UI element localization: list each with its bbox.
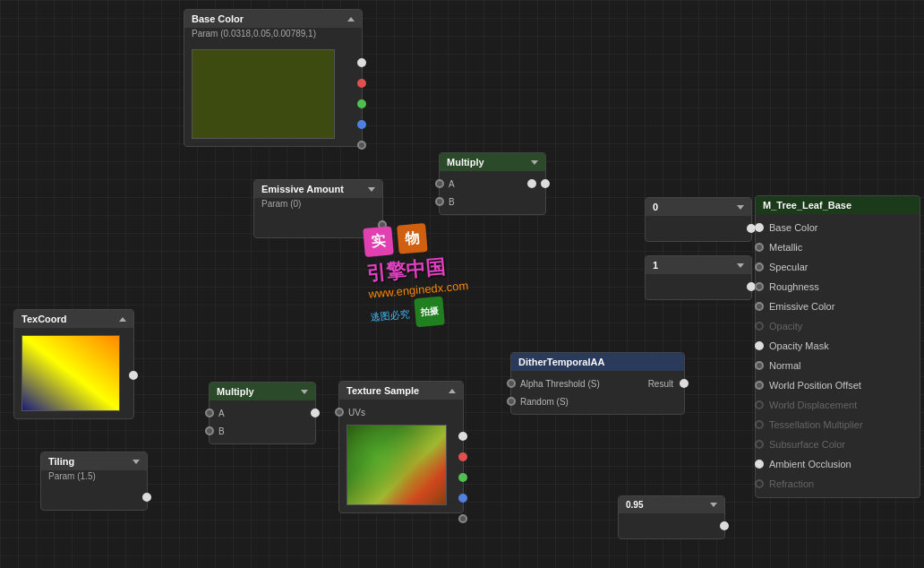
result-world-pos-label: World Position Offset (764, 380, 861, 391)
multiply-bottom-title: Multiply (217, 386, 254, 397)
emissive-output-pin[interactable] (378, 220, 387, 229)
base-color-header[interactable]: Base Color (184, 10, 362, 28)
multiply-top-a-pin[interactable] (435, 179, 444, 188)
const-095-node: 0.95 (618, 495, 725, 539)
result-opacity-mask-pin[interactable] (755, 341, 764, 350)
result-roughness-pin[interactable] (755, 282, 764, 291)
const-0-header[interactable]: 0 (646, 198, 751, 216)
const-1-body (646, 274, 751, 299)
result-specular-pin[interactable] (755, 262, 764, 271)
multiply-top-collapse-icon[interactable] (531, 160, 538, 165)
result-subsurface-pin[interactable] (755, 440, 764, 449)
result-tess-pin[interactable] (755, 420, 764, 429)
multiply-bottom-header[interactable]: Multiply (210, 383, 315, 400)
texture-out-r[interactable] (458, 452, 467, 461)
pin-g[interactable] (357, 99, 366, 108)
emissive-subtitle: Param (0) (254, 198, 382, 212)
const-095-header[interactable]: 0.95 (619, 496, 724, 513)
multiply-bottom-b-pin[interactable] (205, 426, 214, 435)
texture-out-g[interactable] (458, 473, 467, 482)
result-emissive-color-pin[interactable] (755, 302, 764, 311)
result-world-disp-pin[interactable] (755, 400, 764, 409)
result-metallic-pin[interactable] (755, 243, 764, 252)
pin-a[interactable] (357, 141, 366, 150)
result-node: M_Tree_Leaf_Base Base Color Metallic Spe… (755, 195, 920, 498)
result-pin-opacity: Opacity (756, 316, 920, 336)
tiling-collapse-icon[interactable] (133, 460, 140, 464)
const-0-collapse-icon[interactable] (737, 205, 744, 210)
texture-out-rgba[interactable] (458, 432, 467, 441)
texture-uvs-pin[interactable] (335, 408, 344, 417)
result-world-disp-label: World Displacement (764, 400, 857, 410)
result-tess-label: Tessellation Multiplier (764, 419, 863, 430)
result-base-color-pin[interactable] (755, 223, 764, 232)
result-pin-refraction: Refraction (756, 474, 920, 494)
multiply-top-b-pin[interactable] (435, 197, 444, 206)
result-refraction-label: Refraction (764, 478, 814, 489)
texcoord-output-pin[interactable] (129, 371, 138, 380)
result-base-color-label: Base Color (764, 222, 817, 233)
multiply-bottom-collapse-icon[interactable] (301, 390, 308, 394)
result-opacity-pin[interactable] (755, 322, 764, 331)
dither-header[interactable]: DitherTemporalAA (511, 353, 684, 371)
result-pin-world-disp: World Displacement (756, 395, 920, 415)
base-color-collapse-icon[interactable] (347, 17, 355, 22)
texcoord-node: TexCoord (13, 309, 134, 419)
emissive-node: Emissive Amount Param (0) (253, 179, 383, 238)
pin-b[interactable] (357, 120, 366, 129)
result-pin-base-color: Base Color (756, 218, 920, 237)
tiling-title: Tiling (48, 456, 74, 467)
multiply-top-title: Multiply (447, 157, 484, 168)
result-world-pos-pin[interactable] (755, 381, 764, 390)
result-pin-world-pos: World Position Offset (756, 375, 920, 395)
result-pin-roughness: Roughness (756, 277, 920, 297)
texture-thumbnail[interactable] (346, 425, 447, 505)
result-normal-label: Normal (764, 360, 800, 371)
pin-rgba[interactable] (357, 58, 366, 67)
texture-sample-body: UVs (339, 400, 463, 512)
texcoord-swatch[interactable] (21, 335, 120, 411)
texture-sample-header[interactable]: Texture Sample (339, 382, 463, 400)
dither-title: DitherTemporalAA (518, 357, 604, 367)
dither-result-label: Result (645, 379, 684, 389)
result-header[interactable]: M_Tree_Leaf_Base (756, 196, 920, 214)
tiling-header[interactable]: Tiling (41, 452, 147, 470)
const-095-output-pin[interactable] (720, 521, 729, 530)
result-opacity-mask-label: Opacity Mask (764, 340, 829, 351)
result-ao-pin[interactable] (755, 460, 764, 469)
pin-r[interactable] (357, 79, 366, 88)
dither-result-pin[interactable] (680, 379, 689, 388)
const-1-header[interactable]: 1 (646, 256, 751, 274)
tiling-output-pin[interactable] (142, 493, 151, 502)
multiply-top-output[interactable] (541, 179, 550, 188)
result-subsurface-label: Subsurface Color (764, 439, 845, 450)
base-color-body (184, 42, 362, 146)
result-refraction-pin[interactable] (755, 479, 764, 488)
result-roughness-label: Roughness (764, 281, 819, 292)
texture-out-b[interactable] (458, 494, 467, 503)
const-1-collapse-icon[interactable] (737, 263, 744, 268)
emissive-header[interactable]: Emissive Amount (254, 180, 382, 198)
texture-sample-title: Texture Sample (346, 385, 419, 396)
result-pin-specular: Specular (756, 257, 920, 277)
multiply-bottom-a-pin[interactable] (205, 409, 214, 417)
texcoord-collapse-icon[interactable] (119, 317, 126, 322)
result-ao-label: Ambient Occlusion (764, 459, 851, 469)
texture-sample-collapse-icon[interactable] (449, 389, 456, 393)
result-pin-opacity-mask: Opacity Mask (756, 336, 920, 356)
const-1-value: 1 (653, 260, 658, 271)
texcoord-body (14, 328, 133, 418)
multiply-top-a-connected[interactable] (527, 179, 536, 188)
emissive-collapse-icon[interactable] (368, 187, 375, 192)
const-095-collapse-icon[interactable] (710, 503, 717, 507)
texture-out-a[interactable] (458, 514, 467, 523)
dither-random-pin[interactable] (507, 397, 516, 406)
multiply-bottom-body: A B (210, 400, 315, 443)
texcoord-header[interactable]: TexCoord (14, 310, 133, 328)
multiply-bottom-output[interactable] (311, 409, 320, 417)
emissive-title: Emissive Amount (261, 184, 344, 194)
result-normal-pin[interactable] (755, 361, 764, 370)
multiply-top-header[interactable]: Multiply (440, 153, 545, 171)
dither-alpha-pin[interactable] (507, 379, 516, 388)
base-color-swatch[interactable] (192, 49, 335, 139)
